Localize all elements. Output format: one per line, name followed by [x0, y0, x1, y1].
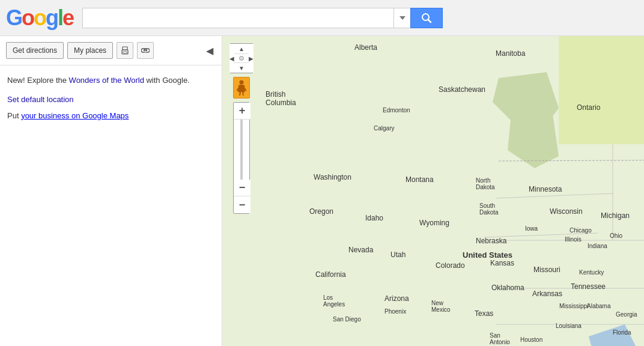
search-button[interactable]	[410, 8, 443, 28]
svg-rect-20	[559, 36, 644, 144]
print-button[interactable]	[117, 42, 133, 59]
zoom-cluster: + − −	[233, 102, 250, 214]
svg-marker-12	[222, 36, 529, 346]
my-places-button[interactable]: My places	[67, 42, 113, 59]
svg-point-36	[241, 58, 242, 59]
map-controls: ▲ ◀ ▶ ▼	[229, 43, 254, 214]
logo-e: e	[62, 5, 73, 30]
nav-center	[234, 53, 249, 63]
sidebar-content: New! Explore the Wonders of the World wi…	[0, 65, 222, 129]
logo-o2: o	[34, 5, 46, 30]
svg-rect-4	[123, 47, 127, 50]
get-directions-button[interactable]: Get directions	[6, 42, 64, 59]
svg-line-41	[243, 92, 243, 96]
pan-down-button[interactable]: ▼	[229, 63, 254, 73]
header: Google	[0, 0, 644, 36]
svg-line-2	[428, 19, 431, 22]
search-input[interactable]	[82, 8, 393, 28]
nav-top-row: ▲	[229, 44, 254, 53]
navigation-cluster: ▲ ◀ ▶ ▼	[229, 43, 254, 73]
zoom-track	[240, 120, 243, 180]
wonders-link[interactable]: Wonders of the World	[69, 76, 144, 85]
pegman-button[interactable]	[233, 77, 250, 99]
zoom-out-button[interactable]: −	[234, 180, 251, 196]
google-logo: Google	[6, 5, 73, 31]
sidebar-collapse-button[interactable]: ◀	[204, 42, 216, 59]
search-dropdown-btn[interactable]	[393, 8, 410, 28]
map-container[interactable]: Alberta Manitoba BritishColumbia Saskatc…	[222, 36, 644, 346]
logo-g1: G	[6, 5, 22, 30]
logo-l: l	[58, 5, 62, 30]
pan-left-button[interactable]: ◀	[229, 53, 234, 63]
link-button[interactable]	[137, 42, 154, 59]
svg-point-37	[240, 80, 244, 85]
search-container	[82, 8, 443, 28]
svg-line-40	[240, 92, 240, 96]
explore-text: New! Explore the Wonders of the World wi…	[7, 74, 214, 86]
svg-rect-5	[123, 52, 127, 53]
set-default-location-link[interactable]: Set default location	[7, 95, 214, 104]
sidebar: Get directions My places ◀ New!	[0, 36, 222, 346]
sidebar-toolbar: Get directions My places ◀	[0, 36, 222, 65]
pan-right-button[interactable]: ▶	[249, 53, 254, 63]
pan-up-button[interactable]: ▲	[229, 44, 254, 53]
main-layout: Get directions My places ◀ New!	[0, 36, 644, 346]
svg-marker-0	[399, 16, 406, 20]
logo-o1: o	[22, 5, 34, 30]
logo-g2: g	[46, 5, 58, 30]
nav-bottom-row: ▼	[229, 63, 254, 73]
nav-mid-row: ◀ ▶	[229, 53, 254, 63]
zoom-in-button[interactable]: +	[234, 103, 251, 120]
put-business-text: Put your business on Google Maps	[7, 111, 214, 120]
business-maps-link[interactable]: your business on Google Maps	[21, 111, 129, 120]
zoom-out2-button[interactable]: −	[234, 196, 251, 213]
map-background	[222, 36, 644, 346]
